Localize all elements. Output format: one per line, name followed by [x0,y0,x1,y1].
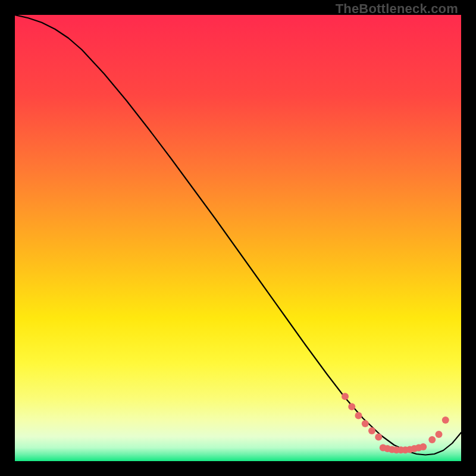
marker-dot [419,443,427,450]
marker-dot [362,420,369,427]
chart-background [15,15,461,461]
marker-dot [375,434,382,441]
marker-dot [436,431,443,438]
marker-dot [348,403,355,411]
marker-dot [342,393,349,400]
marker-dot [428,436,436,443]
marker-dot [368,427,375,434]
chart-frame [15,15,461,461]
marker-dot [355,412,362,419]
marker-dot [442,416,449,424]
chart-svg [15,15,461,461]
